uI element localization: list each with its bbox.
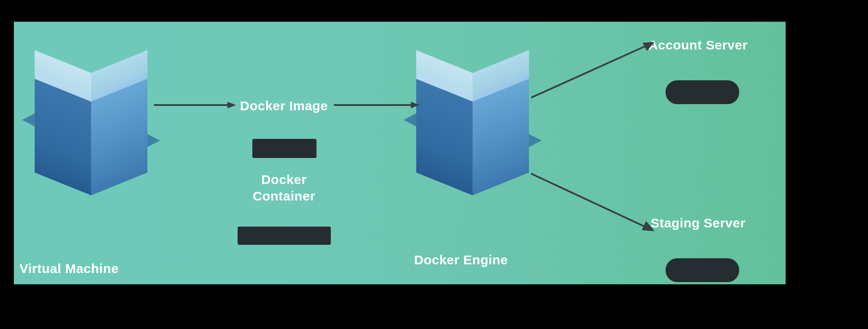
docker-image-label: Docker Image: [232, 98, 336, 114]
svg-marker-1: [228, 102, 235, 108]
staging-server-badge: [666, 258, 739, 282]
docker-container-badge: [238, 227, 331, 245]
svg-marker-5: [643, 42, 654, 51]
account-server-label: Account Server: [646, 37, 750, 53]
arrow-engine-to-staging: [531, 169, 657, 234]
virtual-machine-label: Virtual Machine: [20, 260, 163, 277]
svg-line-4: [531, 46, 645, 98]
arrow-vm-to-image: [154, 101, 236, 109]
svg-marker-3: [411, 102, 419, 108]
staging-server-label: Staging Server: [646, 215, 750, 231]
account-server-badge: [666, 80, 739, 104]
arrow-image-to-engine: [334, 101, 421, 109]
docker-image-badge: [252, 139, 317, 158]
svg-marker-7: [642, 221, 654, 231]
docker-container-label: Docker Container: [232, 171, 336, 204]
docker-engine-label: Docker Engine: [414, 252, 531, 268]
svg-line-6: [531, 174, 645, 227]
arrow-engine-to-account: [531, 41, 657, 102]
